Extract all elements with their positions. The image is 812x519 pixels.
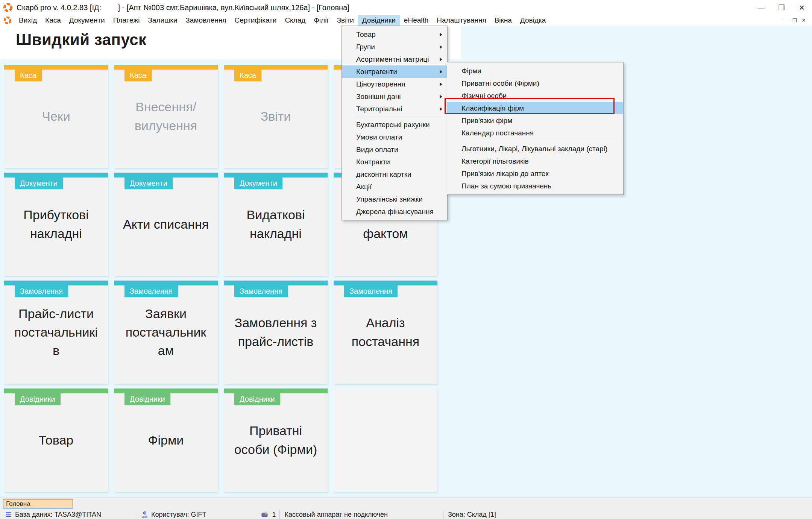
dropdown-item-upravlinski-znyzhky[interactable]: Управлінські знижки xyxy=(342,193,447,205)
tile-label: Внесення/вилучення xyxy=(114,65,218,168)
tile-vydatkovi-nakladni[interactable]: Документи Видаткові накладні xyxy=(224,173,328,276)
skarb-logo-icon xyxy=(3,16,12,24)
dropdown-item-label: Групи xyxy=(356,43,375,51)
dropdown-item-dyskontni-kartky[interactable]: дисконтні картки xyxy=(342,168,447,181)
dropdown-item-label: Товар xyxy=(356,30,376,38)
submenu-item-label: Льготники, Лікарі, Лікувальні заклади (с… xyxy=(461,145,607,153)
submenu-item-firmy[interactable]: Фірми xyxy=(447,65,623,77)
user-icon xyxy=(141,511,148,518)
menu-sertyfikaty[interactable]: Сертифікати xyxy=(231,15,281,26)
submenu-item-kalendar-postachannya[interactable]: Календар постачання xyxy=(447,127,623,139)
minimize-button[interactable]: — xyxy=(751,0,771,15)
tile-label: Прибуткові накладні xyxy=(4,173,108,276)
status-divider xyxy=(136,510,136,519)
menu-zalyshky[interactable]: Залишки xyxy=(144,15,181,26)
menu-platezhi[interactable]: Платежі xyxy=(109,15,144,26)
menu-dovidka[interactable]: Довідка xyxy=(516,15,550,26)
tile-zamovlennya-z-prays-lystiv[interactable]: Замовлення Замовлення з прайс-листів xyxy=(224,281,328,384)
dropdown-item-asortymentni-matrytsi[interactable]: Асортиментні матриці xyxy=(342,53,447,65)
mdi-minimize-button[interactable]: — xyxy=(781,17,790,23)
submenu-item-plan-za-sumoyu-pryznachen[interactable]: План за сумою призначень xyxy=(447,180,623,192)
mdi-close-button[interactable]: ✕ xyxy=(799,17,808,23)
submenu-arrow-icon xyxy=(440,45,442,49)
mdi-window-controls: — ❐ ✕ xyxy=(781,17,812,23)
tile-label: Приватні особи (Фірми) xyxy=(224,388,328,492)
menu-nalashtuvannya[interactable]: Налаштування xyxy=(433,15,490,26)
dropdown-item-kontrahenty[interactable]: Контрагенти xyxy=(342,65,447,78)
tile-label: Заявки постачальникам xyxy=(114,281,218,384)
tile-zvity[interactable]: Каса Звіти xyxy=(224,65,328,168)
tile-analiz-postachannya[interactable]: Замовлення Аналіз постачання xyxy=(334,281,437,384)
submenu-item-lhotnyky-likari-zaklady[interactable]: Льготники, Лікарі, Лікувальні заклади (с… xyxy=(447,143,623,155)
tile-pryvatni-osoby-firmy[interactable]: Довідники Приватні особи (Фірми) xyxy=(224,388,328,492)
submenu-item-label: Прив'язки фірм xyxy=(461,117,512,124)
submenu-arrow-icon xyxy=(440,70,442,74)
menu-dovidnyky[interactable]: Довідники xyxy=(358,15,400,26)
dropdown-item-label: дисконтні картки xyxy=(356,170,411,178)
submenu-item-pryvatni-osoby-firmy[interactable]: Приватні особи (Фірми) xyxy=(447,77,623,90)
menu-ehealth[interactable]: eHealth xyxy=(400,15,433,26)
menu-vikna[interactable]: Вікна xyxy=(490,15,516,26)
submenu-item-pryvyazky-firm[interactable]: Прив'язки фірм xyxy=(447,114,623,127)
menu-bar: Вихід Каса Документи Платежі Залишки Зам… xyxy=(0,15,812,26)
tile-cheky[interactable]: Каса Чеки xyxy=(4,65,108,168)
database-icon xyxy=(5,511,12,518)
dropdown-item-label: Контрагенти xyxy=(356,68,397,76)
tile-vnesennya-vyluchennya[interactable]: Каса Внесення/вилучення xyxy=(114,65,218,168)
dropdown-item-label: Управлінські знижки xyxy=(356,195,423,203)
tile-label: Прайс-листи постачальників xyxy=(4,281,108,384)
submenu-item-label: Фірми xyxy=(461,67,481,75)
status-divider xyxy=(279,510,280,519)
submenu-item-label: План за сумою призначень xyxy=(461,182,551,190)
skarb-logo-icon xyxy=(3,3,13,12)
tile-firmy[interactable]: Довідники Фірми xyxy=(114,388,218,492)
dropdown-item-label: Умови оплати xyxy=(356,133,402,141)
dropdown-item-hrupy[interactable]: Групи xyxy=(342,41,447,53)
menu-dokumenty[interactable]: Документи xyxy=(65,15,109,26)
tile-label: Видаткові накладні xyxy=(224,173,328,276)
submenu-arrow-icon xyxy=(440,58,442,61)
tile-empty xyxy=(334,388,437,492)
submenu-item-pryvyazky-likariv-do-aptek[interactable]: Прив'язки лікарів до аптек xyxy=(447,167,623,180)
dropdown-item-label: Ціноутворення xyxy=(356,80,405,88)
submenu-item-label: Прив'язки лікарів до аптек xyxy=(461,170,549,178)
status-divider xyxy=(443,510,443,519)
tile-prybutkovi-nakladni[interactable]: Документи Прибуткові накладні xyxy=(4,173,108,276)
menu-filii[interactable]: Філії xyxy=(310,15,332,26)
cash-register-status: Кассовый аппарат не подключен xyxy=(284,511,387,519)
tile-akty-spysannya[interactable]: Документи Акти списання xyxy=(114,173,218,276)
dropdown-item-tovar[interactable]: Товар xyxy=(342,28,447,41)
tile-tovar[interactable]: Довідники Товар xyxy=(4,388,108,492)
dropdown-item-tsinoutvorennya[interactable]: Ціноутворення xyxy=(342,78,447,90)
tile-label: Товар xyxy=(4,388,108,492)
dropdown-item-bukhhalterski-rakhunky[interactable]: Бухгалтерські рахунки xyxy=(342,118,447,131)
dropdown-item-dzherela-finansuvannya[interactable]: Джерела фінансування xyxy=(342,205,447,218)
tile-label: Звіти xyxy=(224,65,328,168)
restore-button[interactable]: ❐ xyxy=(771,0,792,15)
dropdown-item-aktsii[interactable]: Акції xyxy=(342,181,447,193)
dropdown-item-umovy-oplaty[interactable]: Умови оплати xyxy=(342,131,447,143)
dropdown-item-label: Види оплати xyxy=(356,146,398,153)
menu-vykhid[interactable]: Вихід xyxy=(15,15,41,26)
footer: Головна База даних: TASA3@TITAN Користув… xyxy=(0,497,812,519)
submenu-arrow-icon xyxy=(440,82,442,86)
kontrahenty-submenu: Фірми Приватні особи (Фірми) Фізичні осо… xyxy=(447,62,624,195)
close-button[interactable]: ✕ xyxy=(792,0,812,15)
tile-prays-lysty-postachalnykiv[interactable]: Замовлення Прайс-листи постачальників xyxy=(4,281,108,384)
red-highlight-annotation xyxy=(445,98,615,114)
menu-sklad[interactable]: Склад xyxy=(281,15,310,26)
submenu-item-katehorii-pilhovykiv[interactable]: Категорії пільговиків xyxy=(447,155,623,167)
dropdown-item-zovnishni-dani[interactable]: Зовнішні дані xyxy=(342,90,447,103)
menu-kasa[interactable]: Каса xyxy=(41,15,65,26)
tile-zayavky-postachalnykam[interactable]: Замовлення Заявки постачальникам xyxy=(114,281,218,384)
dropdown-item-kontrakty[interactable]: Контракти xyxy=(342,156,447,168)
terminal-count: 1 xyxy=(272,511,276,519)
main-area: Швидкий запуск Каса Чеки Каса Внесення/в… xyxy=(0,26,812,519)
dropdown-item-label: Контракти xyxy=(356,158,390,166)
menu-zamovlennya[interactable]: Замовлення xyxy=(181,15,230,26)
menu-zvity[interactable]: Звіти xyxy=(333,15,358,26)
dropdown-item-terytorialni[interactable]: Територіальні xyxy=(342,103,447,115)
dropdown-item-vydy-oplaty[interactable]: Види оплати xyxy=(342,143,447,156)
tab-holovna[interactable]: Головна xyxy=(3,499,73,508)
mdi-restore-button[interactable]: ❐ xyxy=(790,17,799,23)
